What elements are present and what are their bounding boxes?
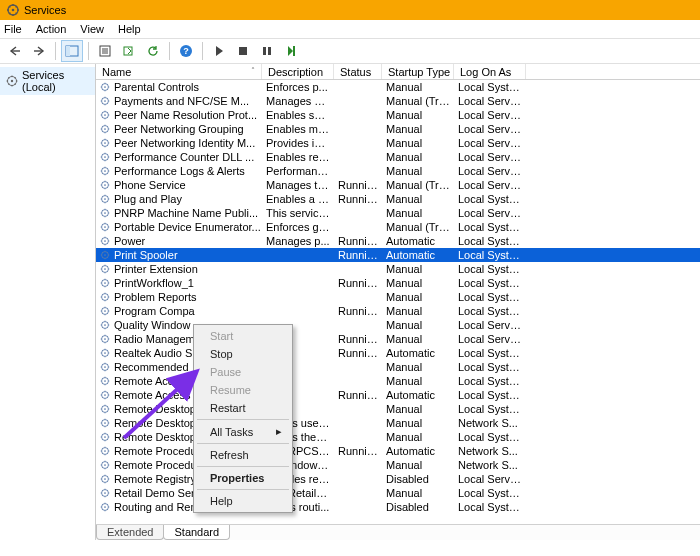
service-row[interactable]: Portable Device Enumerator...Enforces gr… (96, 220, 700, 234)
service-row[interactable]: Remote Access AManualLocal Syste... (96, 374, 700, 388)
service-startup: Manual (382, 192, 454, 206)
menu-file[interactable]: File (4, 23, 22, 35)
service-startup: Manual (382, 122, 454, 136)
svg-point-56 (104, 352, 106, 354)
service-icon (98, 178, 112, 192)
service-name: Peer Networking Grouping (114, 122, 244, 136)
svg-rect-14 (293, 46, 295, 56)
ctx-properties[interactable]: Properties (196, 469, 290, 487)
service-row[interactable]: Routing and Remote AccessOffers routi...… (96, 500, 700, 514)
service-row[interactable]: PNRP Machine Name Publi...This service .… (96, 206, 700, 220)
service-logon: Local Service (454, 164, 526, 178)
service-icon (98, 472, 112, 486)
col-startup[interactable]: Startup Type (382, 64, 454, 79)
service-row[interactable]: Payments and NFC/SE M...Manages pa...Man… (96, 94, 700, 108)
service-row[interactable]: Realtek Audio SRunningAutomaticLocal Sys… (96, 346, 700, 360)
service-row[interactable]: Quality WindowManualLocal Service (96, 318, 700, 332)
export-button[interactable] (118, 40, 140, 62)
main-panel: Name˄ Description Status Startup Type Lo… (96, 64, 700, 540)
service-row[interactable]: Remote DesktopManualLocal Syste... (96, 402, 700, 416)
service-row[interactable]: Remote RegistryEnables rem...DisabledLoc… (96, 472, 700, 486)
service-row[interactable]: PowerManages p...RunningAutomaticLocal S… (96, 234, 700, 248)
refresh-button[interactable] (142, 40, 164, 62)
tree-item-services-local[interactable]: Services (Local) (0, 67, 95, 95)
service-row[interactable]: Remote Procedure Call (RPC)The RPCSS s..… (96, 444, 700, 458)
service-row[interactable]: Remote Access CRunningAutomaticLocal Sys… (96, 388, 700, 402)
service-description (262, 262, 334, 276)
service-startup: Manual (382, 290, 454, 304)
stop-service-button[interactable] (232, 40, 254, 62)
service-logon: Network S... (454, 444, 526, 458)
services-list[interactable]: Parental ControlsEnforces p...ManualLoca… (96, 80, 700, 524)
start-service-button[interactable] (208, 40, 230, 62)
svg-point-46 (104, 282, 106, 284)
tab-standard[interactable]: Standard (163, 525, 230, 540)
service-row[interactable]: Remote Desktop ServicesAllows user...Man… (96, 416, 700, 430)
service-icon (98, 262, 112, 276)
service-row[interactable]: Remote Desktop Services U...Allows the r… (96, 430, 700, 444)
service-row[interactable]: Phone ServiceManages th...RunningManual … (96, 178, 700, 192)
service-startup: Disabled (382, 500, 454, 514)
restart-service-button[interactable] (280, 40, 302, 62)
service-status: Running (334, 234, 382, 248)
ctx-restart[interactable]: Restart (196, 399, 290, 417)
forward-button[interactable] (28, 40, 50, 62)
service-row[interactable]: Problem ReportsManualLocal Syste... (96, 290, 700, 304)
ctx-help[interactable]: Help (196, 492, 290, 510)
service-row[interactable]: Plug and PlayEnables a c...RunningManual… (96, 192, 700, 206)
properties-button[interactable] (94, 40, 116, 62)
menubar: File Action View Help (0, 20, 700, 38)
service-description (262, 304, 334, 318)
service-row[interactable]: Peer Networking GroupingEnables mul...Ma… (96, 122, 700, 136)
service-row[interactable]: Remote Procedure Call (RP...In Windows..… (96, 458, 700, 472)
context-menu: Start Stop Pause Resume Restart All Task… (193, 324, 293, 513)
ctx-separator (197, 466, 289, 467)
service-status: Running (334, 248, 382, 262)
col-description[interactable]: Description (262, 64, 334, 79)
service-name: Printer Extension (114, 262, 198, 276)
menu-help[interactable]: Help (118, 23, 141, 35)
service-row[interactable]: Program CompaRunningManualLocal Syste... (96, 304, 700, 318)
service-row[interactable]: Performance Counter DLL ...Enables rem..… (96, 150, 700, 164)
help-button[interactable]: ? (175, 40, 197, 62)
service-startup: Manual (382, 262, 454, 276)
ctx-stop[interactable]: Stop (196, 345, 290, 363)
service-row[interactable]: Retail Demo ServiceThe Retail D...Manual… (96, 486, 700, 500)
service-status (334, 94, 382, 108)
service-logon: Local Service (454, 122, 526, 136)
service-logon: Local Syste... (454, 220, 526, 234)
service-name: Remote Desktop (114, 402, 196, 416)
service-description: Enables mul... (262, 122, 334, 136)
ctx-resume: Resume (196, 381, 290, 399)
service-row[interactable]: PrintWorkflow_1RunningManualLocal Syste.… (96, 276, 700, 290)
menu-view[interactable]: View (80, 23, 104, 35)
service-row[interactable]: Performance Logs & AlertsPerformanc...Ma… (96, 164, 700, 178)
menu-action[interactable]: Action (36, 23, 67, 35)
service-row[interactable]: Print SpoolerRunningAutomaticLocal Syste… (96, 248, 700, 262)
ctx-all-tasks[interactable]: All Tasks▸ (196, 422, 290, 441)
col-name[interactable]: Name˄ (96, 64, 262, 79)
tab-extended[interactable]: Extended (96, 525, 164, 540)
service-row[interactable]: Parental ControlsEnforces p...ManualLoca… (96, 80, 700, 94)
service-icon (98, 402, 112, 416)
service-row[interactable]: Radio ManagemRunningManualLocal Service (96, 332, 700, 346)
service-status: Running (334, 346, 382, 360)
service-logon: Local Service (454, 108, 526, 122)
col-status[interactable]: Status (334, 64, 382, 79)
service-row[interactable]: Peer Name Resolution Prot...Enables serv… (96, 108, 700, 122)
service-name: Remote Access A (114, 374, 200, 388)
service-row[interactable]: Printer ExtensionManualLocal Syste... (96, 262, 700, 276)
ctx-start: Start (196, 327, 290, 345)
service-row[interactable]: Peer Networking Identity M...Provides id… (96, 136, 700, 150)
service-logon: Local Syste... (454, 388, 526, 402)
pause-service-button[interactable] (256, 40, 278, 62)
service-status: Running (334, 178, 382, 192)
col-logon[interactable]: Log On As (454, 64, 526, 79)
service-startup: Manual (382, 150, 454, 164)
svg-point-78 (104, 506, 106, 508)
service-status (334, 108, 382, 122)
ctx-refresh[interactable]: Refresh (196, 446, 290, 464)
service-row[interactable]: RecommendedManualLocal Syste... (96, 360, 700, 374)
back-button[interactable] (4, 40, 26, 62)
show-tree-button[interactable] (61, 40, 83, 62)
